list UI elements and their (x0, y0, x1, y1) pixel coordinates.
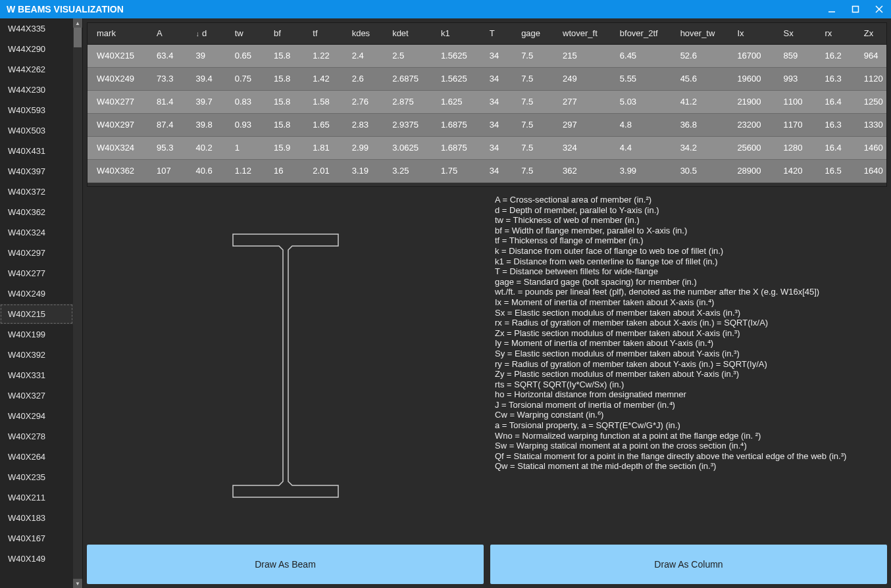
close-button[interactable] (867, 0, 891, 18)
table-scroll[interactable]: markA↓dtwbftfkdeskdetk1Tgagewtover_ftbfo… (88, 23, 886, 186)
table-cell: 95.3 (147, 136, 186, 159)
table-cell: 63.4 (147, 44, 186, 67)
table-cell: 1.6875 (432, 113, 480, 136)
column-header[interactable]: kdet (383, 23, 432, 44)
sidebar-item[interactable]: W44X230 (0, 80, 73, 100)
sidebar-item[interactable]: W40X327 (0, 385, 73, 406)
column-header[interactable]: gage (512, 23, 553, 44)
table-row[interactable]: W40X24973.339.40.7515.81.422.62.68751.56… (88, 67, 886, 90)
table-cell: 7.5 (512, 136, 553, 159)
sidebar-item[interactable]: W40X397 (0, 161, 73, 182)
table-cell: 1460 (855, 136, 886, 159)
sidebar-item[interactable]: W40X503 (0, 120, 73, 141)
legend-line: rx = Radius of gyration of member taken … (495, 318, 884, 328)
table-cell: 2.6 (343, 67, 383, 90)
column-header[interactable]: T (480, 23, 512, 44)
table-cell: 19600 (728, 67, 774, 90)
beam-list[interactable]: W44X335W44X290W44X262W44X230W40X593W40X5… (0, 18, 73, 588)
sidebar-item[interactable]: W40X297 (0, 243, 73, 263)
sidebar-item[interactable]: W40X362 (0, 202, 73, 222)
column-header[interactable]: mark (88, 23, 147, 44)
table-row[interactable]: W40X27781.439.70.8315.81.582.762.8751.62… (88, 90, 886, 113)
column-header[interactable]: kdes (343, 23, 383, 44)
table-cell: W40X249 (88, 67, 147, 90)
maximize-button[interactable] (844, 0, 867, 18)
column-header[interactable]: wtover_ft (553, 23, 611, 44)
table-row[interactable]: W40X29787.439.80.9315.81.652.832.93751.6… (88, 113, 886, 136)
column-header-label: tf (313, 28, 317, 38)
column-header[interactable]: tf (303, 23, 342, 44)
sidebar-item[interactable]: W40X149 (0, 549, 73, 569)
column-header[interactable]: bf (265, 23, 303, 44)
sidebar-item[interactable]: W40X294 (0, 406, 73, 426)
legend-line: k1 = Distance from web centerline to fla… (495, 257, 884, 267)
scroll-track[interactable] (73, 28, 82, 579)
sidebar-item[interactable]: W40X264 (0, 447, 73, 467)
sidebar-item[interactable]: W44X290 (0, 39, 73, 59)
draw-as-column-button[interactable]: Draw As Column (490, 545, 887, 584)
table-row[interactable]: W40X21563.4390.6515.81.222.42.51.5625347… (88, 44, 886, 67)
table-cell: 1100 (775, 90, 816, 113)
table-cell: 2.9375 (383, 113, 432, 136)
sidebar-item[interactable]: W40X593 (0, 100, 73, 120)
sidebar-item[interactable]: W40X277 (0, 263, 73, 283)
column-header-label: T (490, 28, 495, 38)
scroll-up-button[interactable]: ▲ (73, 18, 82, 28)
sidebar-item[interactable]: W44X262 (0, 59, 73, 80)
table-cell: 39.4 (186, 67, 225, 90)
table-cell: 107 (147, 159, 186, 182)
sidebar-item[interactable]: W40X211 (0, 487, 73, 508)
column-header-label: A (157, 28, 163, 38)
column-header[interactable]: k1 (432, 23, 480, 44)
sidebar-item[interactable]: W40X331 (0, 365, 73, 385)
legend-panel: A = Cross-sectional area of member (in.²… (492, 191, 887, 541)
sidebar-item[interactable]: W40X235 (0, 467, 73, 487)
table-cell: 34 (480, 136, 512, 159)
table-cell: 16700 (728, 44, 774, 67)
sidebar-item[interactable]: W40X278 (0, 426, 73, 447)
table-row[interactable]: W40X36210740.61.12162.013.193.251.75347.… (88, 159, 886, 182)
draw-as-beam-button[interactable]: Draw As Beam (87, 545, 484, 584)
table-cell: 52.6 (671, 44, 728, 67)
table-cell: 7.5 (512, 159, 553, 182)
legend-line: Iy = Moment of inertia of member taken a… (495, 338, 884, 349)
sidebar-item[interactable]: W40X324 (0, 222, 73, 243)
column-header[interactable]: bfover_2tf (611, 23, 671, 44)
table-cell: 1.12 (226, 159, 265, 182)
column-header[interactable]: hover_tw (671, 23, 728, 44)
column-header-label: d (202, 28, 207, 38)
column-header[interactable]: tw (226, 23, 265, 44)
table-cell: 25600 (728, 136, 774, 159)
scroll-down-button[interactable]: ▼ (73, 579, 82, 588)
column-header[interactable]: A (147, 23, 186, 44)
sidebar-item[interactable]: W40X183 (0, 508, 73, 528)
legend-line: Sy = Elastic section modulus of member t… (495, 349, 884, 359)
column-header[interactable]: Zx (855, 23, 886, 44)
column-header[interactable]: ↓d (186, 23, 225, 44)
column-header[interactable]: Ix (728, 23, 774, 44)
table-cell: 39.8 (186, 113, 225, 136)
sidebar-item[interactable]: W44X335 (0, 18, 73, 39)
table-cell: 21900 (728, 90, 774, 113)
sidebar-item[interactable]: W40X392 (0, 345, 73, 365)
table-row[interactable]: W40X32495.340.2115.91.812.993.06251.6875… (88, 136, 886, 159)
sidebar-item[interactable]: W40X167 (0, 528, 73, 549)
sidebar-item[interactable]: W40X215 (0, 304, 73, 324)
scroll-thumb[interactable] (74, 28, 82, 47)
table-cell: 1420 (775, 159, 816, 182)
table-cell: 1120 (855, 67, 886, 90)
column-header[interactable]: rx (815, 23, 854, 44)
legend-line: J = Torsional moment of inertia of membe… (495, 400, 884, 410)
sidebar-item[interactable]: W40X431 (0, 141, 73, 161)
table-cell: 1280 (775, 136, 816, 159)
sidebar-scrollbar[interactable]: ▲ ▼ (73, 18, 82, 588)
table-cell: 1170 (775, 113, 816, 136)
minimize-button[interactable] (820, 0, 844, 18)
sort-arrow-icon: ↓ (195, 30, 199, 37)
table-cell: 1330 (855, 113, 886, 136)
sidebar-item[interactable]: W40X249 (0, 283, 73, 304)
properties-table-panel: markA↓dtwbftfkdeskdetk1Tgagewtover_ftbfo… (87, 22, 887, 187)
sidebar-item[interactable]: W40X372 (0, 182, 73, 202)
sidebar-item[interactable]: W40X199 (0, 324, 73, 345)
column-header[interactable]: Sx (775, 23, 816, 44)
